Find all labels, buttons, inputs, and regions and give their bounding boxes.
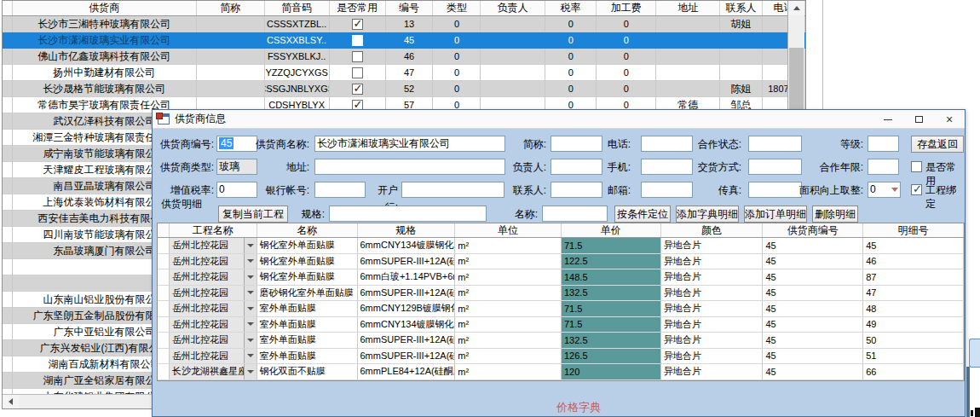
combo-dropdown-button[interactable] bbox=[244, 238, 257, 253]
supplier-row[interactable]: 长沙市潇湘玻璃实业有限公司 CSSXXBLSY.. 45 0 0 0 bbox=[3, 32, 805, 49]
col-header-type[interactable]: 类型 bbox=[433, 1, 481, 15]
combo-dropdown-button[interactable] bbox=[244, 364, 257, 379]
col-header-tax[interactable]: 税率 bbox=[545, 1, 597, 15]
detail-row[interactable]: 岳州北控花园 室外单面贴膜 6mmCNY129B镀膜钢化 m² 71.5 异地合… bbox=[158, 301, 964, 317]
combo-dropdown-button[interactable] bbox=[244, 286, 257, 301]
minimize-icon bbox=[884, 119, 892, 120]
save-return-button[interactable]: 存盘返回 bbox=[911, 136, 964, 153]
col-header-addr[interactable]: 地址 bbox=[656, 1, 720, 15]
detail-row[interactable]: 岳州北控花园 钢化室外单面贴膜 6mm白玻+1.14PVB+6mm.. m² 1… bbox=[158, 269, 964, 286]
common-checkbox[interactable] bbox=[352, 67, 363, 78]
name-filter-input[interactable] bbox=[542, 206, 608, 222]
corner-header-cell bbox=[158, 223, 170, 237]
email-field[interactable] bbox=[641, 182, 693, 198]
chevron-down-icon bbox=[247, 307, 254, 310]
spec-filter-label: 规格: bbox=[297, 206, 325, 223]
combo-dropdown-button[interactable] bbox=[244, 349, 257, 364]
project-combo-cell[interactable]: 岳州北控花园 bbox=[170, 301, 257, 317]
col-header-leader[interactable]: 负责人 bbox=[481, 1, 545, 15]
project-combo-cell[interactable]: 岳州北控花园 bbox=[170, 238, 257, 254]
project-combo-cell[interactable]: 岳州北控花园 bbox=[170, 349, 257, 365]
supplier-row[interactable]: 长沙市三湘特种玻璃有限公司 CSSSXTZBL.. 13 0 0 0 胡姐 bbox=[3, 16, 805, 32]
col-header-fee[interactable]: 加工费 bbox=[597, 1, 656, 15]
col-header-supplier-no[interactable]: 供货商编号 bbox=[763, 223, 863, 237]
detail-row[interactable]: 岳州北控花园 钢化室外单面贴膜 6mmSUPER-III+12A(硅.. m² … bbox=[158, 254, 964, 270]
col-header-detail-no[interactable]: 明细号 bbox=[863, 223, 964, 237]
scroll-up-button[interactable] bbox=[788, 1, 804, 15]
row-header-cell bbox=[158, 254, 170, 270]
bank-field[interactable] bbox=[401, 182, 504, 198]
detail-row[interactable]: 岳州北控花园 室外单面贴膜 6mmCNY134镀膜钢化 m² 71.5 异地合片… bbox=[158, 317, 964, 333]
project-combo-cell[interactable]: 长沙龙湖祺鑫星座 bbox=[170, 364, 257, 380]
row-header-cell bbox=[3, 292, 13, 308]
scroll-left-button[interactable] bbox=[3, 395, 19, 408]
col-header-common[interactable]: 是否常用 bbox=[330, 1, 386, 15]
detail-row[interactable]: 岳州北控花园 钢化室外单面贴膜 6mmCNY134镀膜钢化 m² 71.5 异地… bbox=[158, 238, 964, 254]
col-header-name[interactable]: 名称 bbox=[257, 223, 358, 237]
col-header-supplier[interactable]: 供货商 bbox=[13, 1, 197, 15]
col-header-unit[interactable]: 单位 bbox=[455, 223, 562, 237]
col-header-abbr[interactable]: 简称 bbox=[197, 1, 265, 15]
locate-button[interactable]: 按条件定位 bbox=[614, 206, 671, 223]
price-cell: 120 bbox=[562, 364, 661, 380]
spec-filter-input[interactable] bbox=[329, 206, 487, 222]
dialog-titlebar[interactable]: 供货商信息 × bbox=[153, 110, 965, 129]
delete-detail-button[interactable]: 删除明细 bbox=[812, 206, 858, 223]
row-header-cell bbox=[158, 269, 170, 286]
copy-project-button[interactable]: 复制当前工程 bbox=[218, 206, 288, 223]
mobile-field[interactable] bbox=[641, 159, 693, 175]
project-combo-cell[interactable]: 岳州北控花园 bbox=[170, 286, 257, 302]
supplier-name-field[interactable]: 长沙市潇湘玻璃实业有限公司 bbox=[314, 136, 505, 152]
row-header-cell bbox=[3, 275, 13, 292]
combo-dropdown-button[interactable] bbox=[244, 269, 257, 285]
price-dictionary-label: 价格字典 bbox=[527, 400, 630, 415]
project-combo-cell[interactable]: 岳州北控花园 bbox=[170, 254, 257, 270]
combo-dropdown-button[interactable] bbox=[244, 333, 257, 348]
supplier-info-dialog: 供货商信息 × 供货商编号: 45 供货商名称: 长沙市潇湘玻璃实业有限公司 简… bbox=[152, 109, 966, 417]
col-header-color[interactable]: 颜色 bbox=[661, 223, 764, 237]
add-dict-detail-button[interactable]: 添加字典明细 bbox=[676, 206, 739, 223]
project-bind-checkbox[interactable] bbox=[911, 184, 922, 195]
combo-dropdown-button[interactable] bbox=[244, 317, 257, 333]
detail-row[interactable]: 岳州北控花园 室外单面贴膜 6mmSUPER-III+12A(硅.. m² 13… bbox=[158, 333, 964, 349]
common-checkbox[interactable] bbox=[352, 35, 363, 46]
coop-status-label: 合作状态: bbox=[689, 136, 741, 153]
row-header-cell bbox=[3, 243, 13, 259]
close-icon[interactable]: × bbox=[934, 110, 965, 129]
supplier-row[interactable]: 佛山市亿鑫玻璃科技有限公司 FSSYXBLKJ.. 46 0 0 0 bbox=[3, 49, 805, 65]
address-field[interactable] bbox=[314, 159, 505, 175]
common-checkbox[interactable] bbox=[352, 51, 363, 62]
detail-row[interactable]: 岳州北控花园 室外单面贴膜 6mmSUPER-III+12A(硅.. m² 12… bbox=[158, 349, 964, 365]
row-header-cell bbox=[3, 162, 13, 178]
col-header-spec[interactable]: 规格 bbox=[358, 223, 456, 237]
supplier-row[interactable]: 长沙晟格节能玻璃有限公司 CSSGJNBLYXGS 52 0 0 0 陈姐 18… bbox=[3, 81, 805, 97]
combo-dropdown-button[interactable] bbox=[244, 301, 257, 316]
bank-account-field[interactable] bbox=[314, 182, 366, 198]
grade-field[interactable] bbox=[868, 136, 899, 152]
col-header-num[interactable]: 编号 bbox=[386, 1, 434, 15]
supplier-row[interactable]: 扬州中勤建材有限公司 YZZQJCYXGS 47 0 0 0 bbox=[3, 65, 805, 81]
scroll-left-icon bbox=[9, 398, 13, 405]
delivery-label: 交货方式: bbox=[689, 159, 741, 176]
project-combo-cell[interactable]: 岳州北控花园 bbox=[170, 317, 257, 333]
common-checkbox[interactable] bbox=[352, 19, 363, 30]
combo-dropdown-button[interactable] bbox=[244, 254, 257, 269]
add-order-detail-button[interactable]: 添加订单明细 bbox=[744, 206, 807, 223]
area-round-combo[interactable]: 0 bbox=[868, 182, 901, 198]
common-checkbox[interactable] bbox=[352, 84, 363, 95]
project-combo-cell[interactable]: 岳州北控花园 bbox=[170, 333, 257, 349]
col-header-code[interactable]: 简音码 bbox=[265, 1, 330, 15]
common-use-checkbox[interactable] bbox=[911, 161, 922, 172]
col-header-price[interactable]: 单价 bbox=[562, 223, 661, 237]
project-combo-cell[interactable]: 岳州北控花园 bbox=[170, 269, 257, 286]
col-header-contact[interactable]: 联系人 bbox=[720, 1, 763, 15]
maximize-button[interactable] bbox=[903, 110, 934, 129]
detail-row[interactable]: 长沙龙湖祺鑫星座 钢化双面不贴膜 6mmPLE84+12A(硅酮胶.. m² 1… bbox=[158, 364, 964, 380]
phone-field[interactable] bbox=[641, 136, 693, 152]
coop-years-field[interactable] bbox=[868, 159, 899, 175]
detail-row[interactable]: 岳州北控花园 磨砂钢化室外单面贴膜 6mmSUPER-III+12A(硅.. m… bbox=[158, 286, 964, 302]
grade-label: 等级: bbox=[783, 136, 863, 153]
minimize-button[interactable] bbox=[873, 110, 903, 129]
col-header-project[interactable]: 工程名称 bbox=[170, 223, 257, 237]
email-label: 邮箱: bbox=[583, 182, 631, 199]
